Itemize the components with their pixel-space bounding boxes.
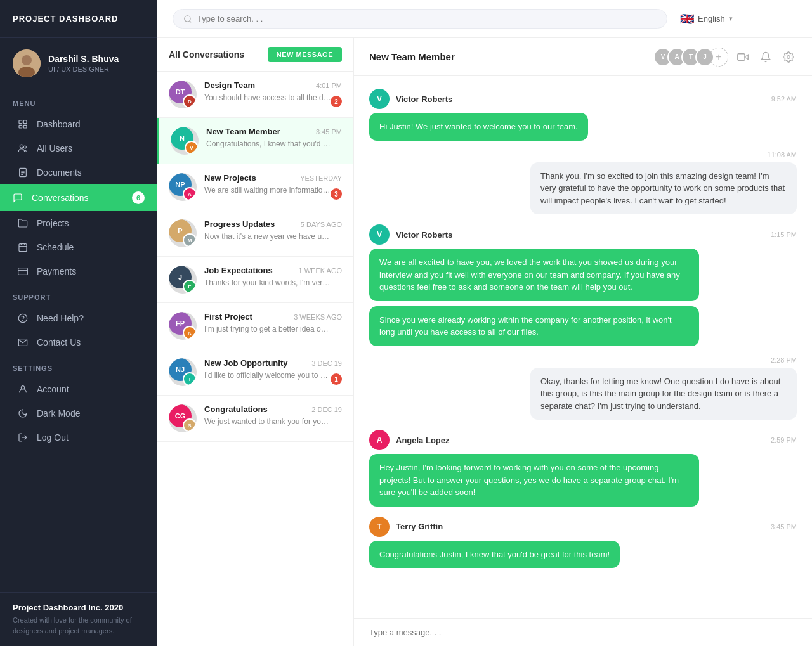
new-message-button[interactable]: NEW MESSAGE	[268, 47, 342, 62]
sidebar-item-label: All Users	[37, 143, 72, 153]
conv-item-design-team[interactable]: DT D Design Team 4:01 PM You should have…	[157, 72, 353, 118]
sidebar-item-contact-us[interactable]: Contact Us	[5, 330, 152, 354]
svg-point-19	[18, 314, 27, 322]
chat-messages: V Victor Roberts 9:52 AM Hi Justin! We j…	[354, 76, 812, 618]
chat-avatar-stack: V A T J +	[653, 48, 728, 67]
sidebar-item-label: Dark Mode	[37, 408, 80, 418]
language-selector[interactable]: 🇬🇧 English ▾	[680, 12, 733, 26]
conv-avatar: DT D	[169, 81, 197, 108]
chat-settings-button[interactable]	[780, 49, 797, 65]
footer-title: Project Dashboard Inc. 2020	[13, 603, 145, 612]
support-label: SUPPORT	[0, 283, 157, 306]
svg-point-23	[185, 15, 190, 21]
top-bar: 🇬🇧 English ▾	[157, 0, 812, 38]
chat-title: New Team Member	[369, 51, 455, 62]
conv-time: 4:01 PM	[316, 82, 342, 89]
conv-time: 3 WEEKS AGO	[294, 313, 342, 321]
conv-preview: I'd like to officially welcome you to ou…	[204, 370, 331, 381]
search-icon	[183, 15, 192, 23]
sidebar-item-projects[interactable]: Projects	[5, 211, 152, 235]
chevron-down-icon: ▾	[729, 15, 733, 23]
message-bubble: We are all excited to have you, we loved…	[369, 249, 699, 301]
add-member-button[interactable]: +	[709, 48, 728, 67]
conv-time: YESTERDAY	[300, 174, 342, 182]
sidebar-item-conversations[interactable]: Conversations 6	[0, 184, 157, 211]
sidebar-item-label: Payments	[37, 266, 76, 276]
sidebar-item-payments[interactable]: Payments	[5, 259, 152, 283]
svg-rect-26	[738, 53, 745, 60]
sidebar-item-schedule[interactable]: Schedule	[5, 235, 152, 259]
conv-preview: Now that it's a new year we have updated…	[204, 231, 331, 242]
svg-rect-3	[19, 120, 22, 124]
conv-item-job-expectations[interactable]: J E Job Expectations 1 WEEK AGO Thanks f…	[157, 257, 353, 303]
chat-notification-button[interactable]	[757, 49, 774, 65]
profile-info: Darshil S. Bhuva UI / UX DESIGNER	[48, 54, 119, 73]
message-bubble: Since you were already working within th…	[369, 306, 699, 346]
sender-avatar: V	[369, 89, 390, 109]
svg-marker-25	[745, 55, 748, 60]
sidebar-item-dark-mode[interactable]: Dark Mode	[5, 401, 152, 425]
settings-label: SETTINGS	[0, 354, 157, 377]
conv-item-congratulations[interactable]: CG S Congratulations 2 DEC 19 We just wa…	[157, 396, 353, 442]
main-area: 🇬🇧 English ▾ All Conversations NEW MESSA…	[157, 0, 812, 646]
svg-rect-13	[19, 244, 27, 252]
conv-item-first-project[interactable]: FP K First Project 3 WEEKS AGO I'm just …	[157, 303, 353, 349]
conv-name: First Project	[204, 312, 252, 321]
sidebar-item-log-out[interactable]: Log Out	[5, 425, 152, 449]
dashboard-icon	[18, 119, 29, 129]
conv-preview: Thanks for your kind words, I'm very exc…	[204, 278, 331, 288]
conv-badge: 3	[331, 188, 342, 200]
conv-name: Congratulations	[204, 404, 268, 414]
search-box[interactable]	[173, 9, 667, 29]
conv-item-body: New Projects YESTERDAY We are still wait…	[204, 173, 342, 196]
chat-input-row	[354, 618, 812, 646]
chat-header: New Team Member V A T J +	[354, 38, 812, 76]
sidebar-item-documents[interactable]: Documents	[5, 160, 152, 184]
sidebar-item-label: Documents	[37, 167, 82, 178]
conv-list-title: All Conversations	[169, 49, 244, 60]
sidebar-item-label: Dashboard	[37, 119, 81, 129]
conv-item-body: New Team Member 3:45 PM Congratulations,…	[206, 127, 342, 150]
help-icon	[18, 313, 29, 323]
conv-item-progress-updates[interactable]: P M Progress Updates 5 DAYS AGO Now that…	[157, 210, 353, 257]
conv-item-body: First Project 3 WEEKS AGO I'm just tryin…	[204, 312, 342, 335]
contact-icon	[18, 337, 29, 347]
svg-rect-6	[23, 125, 27, 128]
app-logo: PROJECT DASHBOARD	[0, 0, 157, 38]
msg-time: 2:28 PM	[369, 356, 797, 364]
conv-item-new-team-member[interactable]: N V New Team Member 3:45 PM Congratulati…	[157, 118, 353, 164]
sidebar-item-label: Conversations	[32, 193, 89, 203]
svg-point-8	[23, 146, 26, 148]
chat-message-input[interactable]	[369, 628, 797, 637]
svg-rect-17	[18, 268, 28, 275]
svg-point-1	[22, 55, 32, 65]
conv-time: 3:45 PM	[316, 128, 342, 136]
sidebar-item-dashboard[interactable]: Dashboard	[5, 112, 152, 136]
chat-video-button[interactable]	[735, 49, 751, 65]
documents-icon	[18, 167, 29, 178]
conv-badge: 2	[331, 96, 342, 107]
conv-item-new-projects[interactable]: NP A New Projects YESTERDAY We are still…	[157, 164, 353, 210]
msg-time: 2:59 PM	[771, 436, 797, 444]
sidebar-item-label: Schedule	[37, 242, 74, 252]
conv-item-new-job-opportunity[interactable]: NJ T New Job Opportunity 3 DEC 19 I'd li…	[157, 349, 353, 396]
svg-line-24	[190, 20, 192, 22]
message-bubble: Hey Justin, I'm looking forward to worki…	[369, 454, 699, 507]
conv-name: New Projects	[204, 173, 256, 183]
sidebar-item-label: Contact Us	[37, 337, 81, 347]
chat-header-actions: V A T J +	[653, 48, 797, 67]
conv-time: 2 DEC 19	[311, 406, 342, 413]
conv-item-body: New Job Opportunity 3 DEC 19 I'd like to…	[204, 358, 342, 381]
conv-name: New Job Opportunity	[204, 358, 287, 368]
search-input[interactable]	[197, 14, 657, 23]
conv-time: 3 DEC 19	[311, 359, 342, 367]
logout-icon	[18, 432, 29, 443]
sidebar-item-all-users[interactable]: All Users	[5, 136, 152, 160]
sidebar-item-account[interactable]: Account	[5, 377, 152, 401]
sidebar-item-need-help[interactable]: Need Help?	[5, 306, 152, 330]
sidebar-item-label: Projects	[37, 218, 69, 228]
sender-name: Terry Griffin	[396, 522, 443, 531]
conv-preview: You should have access to all the docume…	[204, 93, 331, 103]
conversations-badge: 6	[132, 191, 145, 204]
message-1: V Victor Roberts 9:52 AM Hi Justin! We j…	[369, 89, 797, 141]
